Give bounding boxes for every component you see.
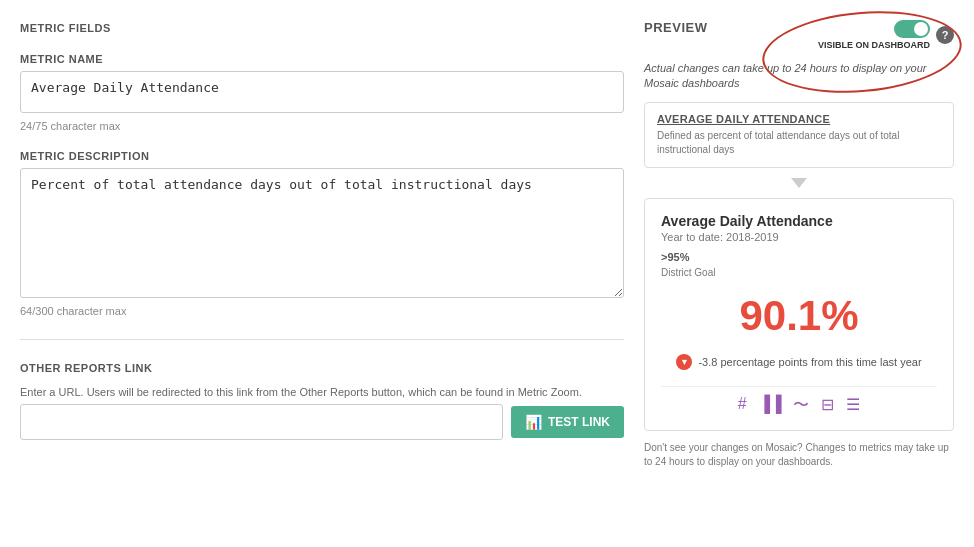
metric-description-input[interactable]: Percent of total attendance days out of … (20, 168, 624, 298)
test-link-label: TEST LINK (548, 415, 610, 429)
bar-chart-icon[interactable]: ▐▐ (759, 395, 782, 416)
url-row: https://app.schoolzilla.com/s/datawall#a… (20, 404, 624, 440)
card-main-title: Average Daily Attendance (661, 213, 937, 229)
card-goal-sub: District Goal (661, 267, 937, 278)
card-goal-label: >95% (661, 251, 937, 263)
hashtag-icon[interactable]: # (738, 395, 747, 416)
preview-card-main: Average Daily Attendance Year to date: 2… (644, 198, 954, 431)
visible-toggle[interactable] (894, 20, 930, 38)
card-icons-row: # ▐▐ 〜 ⊟ ☰ (661, 386, 937, 416)
change-down-icon: ▼ (676, 354, 692, 370)
metric-description-char-count: 64/300 character max (20, 305, 624, 317)
metric-name-field: METRIC NAME Average Daily Attendance 24/… (20, 53, 624, 132)
arrow-connector (644, 178, 954, 188)
metric-name-char-count: 24/75 character max (20, 120, 624, 132)
card-main-value: 90.1% (661, 292, 937, 340)
other-reports-section: OTHER REPORTS LINK Enter a URL. Users wi… (20, 362, 624, 440)
preview-header-row: PREVIEW VISIBLE ON DASHBOARD ? (644, 20, 954, 51)
url-input[interactable]: https://app.schoolzilla.com/s/datawall#a… (20, 404, 503, 440)
visible-label: VISIBLE ON DASHBOARD (818, 40, 930, 51)
line-chart-icon[interactable]: 〜 (793, 395, 809, 416)
other-reports-note: Enter a URL. Users will be redirected to… (20, 386, 624, 398)
card-small-title: AVERAGE DAILY ATTENDANCE (657, 113, 941, 125)
filter-icon[interactable]: ⊟ (821, 395, 834, 416)
bottom-note: Don't see your changes on Mosaic? Change… (644, 441, 954, 469)
card-change-row: ▼ -3.8 percentage points from this time … (661, 354, 937, 370)
other-reports-label: OTHER REPORTS LINK (20, 362, 624, 374)
preview-title: PREVIEW (644, 20, 707, 35)
list-icon[interactable]: ☰ (846, 395, 860, 416)
card-small-description: Defined as percent of total attendance d… (657, 129, 941, 157)
metric-description-field: METRIC DESCRIPTION Percent of total atte… (20, 150, 624, 317)
chart-icon: 📊 (525, 414, 542, 430)
metric-fields-header: METRIC FIELDS (20, 20, 624, 35)
metric-description-label: METRIC DESCRIPTION (20, 150, 624, 162)
change-text: -3.8 percentage points from this time la… (698, 356, 921, 368)
left-column: METRIC FIELDS METRIC NAME Average Daily … (20, 20, 624, 527)
preview-note: Actual changes can take up to 24 hours t… (644, 61, 954, 92)
preview-card-small: AVERAGE DAILY ATTENDANCE Defined as perc… (644, 102, 954, 168)
card-year: Year to date: 2018-2019 (661, 231, 937, 243)
right-column: PREVIEW VISIBLE ON DASHBOARD ? Actual ch… (644, 20, 954, 527)
test-link-button[interactable]: 📊 TEST LINK (511, 406, 624, 438)
visible-toggle-area: VISIBLE ON DASHBOARD ? (818, 20, 954, 51)
metric-name-label: METRIC NAME (20, 53, 624, 65)
down-arrow (791, 178, 807, 188)
help-icon[interactable]: ? (936, 26, 954, 44)
metric-name-input[interactable]: Average Daily Attendance (20, 71, 624, 113)
section-divider (20, 339, 624, 340)
toggle-knob (914, 22, 928, 36)
